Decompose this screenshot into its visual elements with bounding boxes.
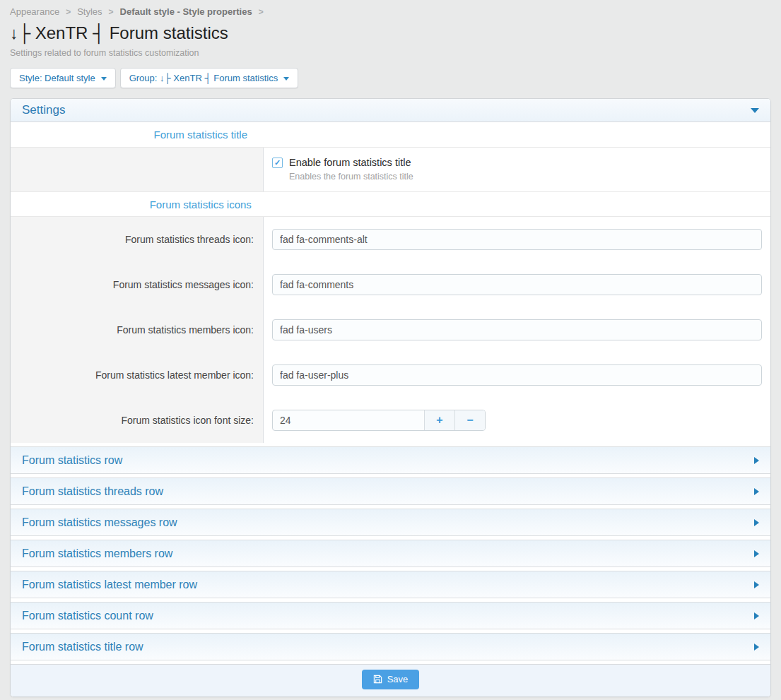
style-select-button[interactable]: Style: Default style: [10, 68, 116, 88]
section-title: Forum statistics threads row: [22, 485, 163, 498]
subsection-title-label: Forum statistics title: [11, 122, 391, 147]
breadcrumb-styles[interactable]: Styles: [77, 6, 102, 17]
latest-member-icon-row: Forum statistics latest member icon:: [11, 352, 770, 398]
style-properties-block: Settings Forum statistics title ✓ Enable…: [10, 98, 771, 697]
threads-icon-row: Forum statistics threads icon:: [11, 217, 770, 262]
enable-title-content-cell: ✓ Enable forum statistics title Enables …: [264, 148, 770, 191]
group-select-button[interactable]: Group: ↓├ XenTR ┤ Forum statistics: [120, 68, 299, 88]
members-icon-input[interactable]: [272, 319, 762, 340]
section-forum-statistics-members-row[interactable]: Forum statistics members row: [11, 540, 770, 567]
breadcrumb-separator-icon: >: [109, 7, 114, 17]
group-select-label: Group: ↓├ XenTR ┤ Forum statistics: [129, 73, 278, 83]
latest-member-icon-label: Forum statistics latest member icon:: [11, 352, 264, 398]
collapse-arrow-down-icon: [751, 108, 759, 113]
enable-forum-statistics-title-label[interactable]: Enable forum statistics title: [289, 157, 411, 168]
messages-icon-label: Forum statistics messages icon:: [11, 262, 264, 307]
breadcrumb-separator-icon: >: [259, 7, 264, 17]
settings-section-title: Settings: [22, 103, 65, 117]
increment-button[interactable]: +: [424, 410, 454, 430]
threads-icon-input[interactable]: [272, 229, 762, 250]
floppy-disk-icon: [373, 675, 382, 684]
members-icon-row: Forum statistics members icon:: [11, 307, 770, 352]
filter-row: Style: Default style Group: ↓├ XenTR ┤ F…: [10, 68, 771, 88]
page-subtitle: Settings related to forum statistics cus…: [10, 48, 771, 58]
breadcrumb: Appearance > Styles > Default style - St…: [10, 0, 771, 17]
style-select-label: Style: Default style: [19, 73, 95, 83]
collapse-arrow-right-icon: [754, 519, 759, 526]
section-title: Forum statistics messages row: [22, 516, 177, 529]
threads-icon-label: Forum statistics threads icon:: [11, 217, 264, 262]
subsection-icons-label: Forum statistics icons: [11, 192, 391, 217]
subsection-forum-statistics-title: Forum statistics title: [11, 122, 770, 148]
chevron-down-icon: [101, 77, 107, 81]
icon-font-size-input[interactable]: [273, 410, 424, 430]
chevron-down-icon: [283, 77, 289, 81]
section-forum-statistics-messages-row[interactable]: Forum statistics messages row: [11, 509, 770, 536]
icon-font-size-label: Forum statistics icon font size:: [11, 398, 264, 443]
enable-title-row: ✓ Enable forum statistics title Enables …: [11, 148, 770, 191]
save-button[interactable]: Save: [362, 670, 420, 689]
section-forum-statistics-count-row[interactable]: Forum statistics count row: [11, 602, 770, 629]
subsection-forum-statistics-icons: Forum statistics icons: [11, 191, 770, 217]
icon-font-size-stepper: + −: [272, 410, 486, 431]
page-title: ↓├ XenTR ┤ Forum statistics: [10, 23, 771, 43]
save-button-label: Save: [387, 674, 409, 684]
members-icon-label: Forum statistics members icon:: [11, 307, 264, 352]
latest-member-icon-input[interactable]: [272, 364, 762, 386]
enable-forum-statistics-title-checkbox[interactable]: ✓: [272, 158, 283, 168]
enable-title-label-cell: [11, 148, 264, 191]
section-forum-statistics-title-row[interactable]: Forum statistics title row: [11, 633, 770, 660]
breadcrumb-default-style-properties[interactable]: Default style - Style properties: [120, 6, 252, 17]
collapse-arrow-right-icon: [754, 488, 759, 495]
messages-icon-row: Forum statistics messages icon:: [11, 262, 770, 307]
decrement-button[interactable]: −: [454, 410, 485, 430]
section-title: Forum statistics members row: [22, 547, 172, 560]
settings-section-header[interactable]: Settings: [11, 99, 770, 122]
section-forum-statistics-row[interactable]: Forum statistics row: [11, 446, 770, 474]
save-bar: Save: [11, 664, 770, 696]
icon-font-size-row: Forum statistics icon font size: + −: [11, 398, 770, 443]
section-title: Forum statistics count row: [22, 610, 153, 622]
section-title: Forum statistics latest member row: [22, 579, 197, 591]
collapse-arrow-right-icon: [754, 581, 759, 588]
collapse-arrow-right-icon: [754, 643, 759, 651]
section-title: Forum statistics title row: [22, 641, 143, 653]
collapse-arrow-right-icon: [754, 612, 759, 619]
style-properties-page: Appearance > Styles > Default style - St…: [0, 0, 781, 697]
collapse-arrow-right-icon: [754, 457, 759, 464]
section-forum-statistics-latest-member-row[interactable]: Forum statistics latest member row: [11, 571, 770, 598]
section-forum-statistics-threads-row[interactable]: Forum statistics threads row: [11, 477, 770, 505]
breadcrumb-appearance[interactable]: Appearance: [10, 6, 59, 17]
section-title: Forum statistics row: [22, 454, 122, 467]
enable-forum-statistics-title-hint: Enables the forum statistics title: [289, 172, 762, 182]
breadcrumb-separator-icon: >: [66, 7, 71, 17]
collapse-arrow-right-icon: [754, 550, 759, 557]
messages-icon-input[interactable]: [272, 274, 762, 295]
